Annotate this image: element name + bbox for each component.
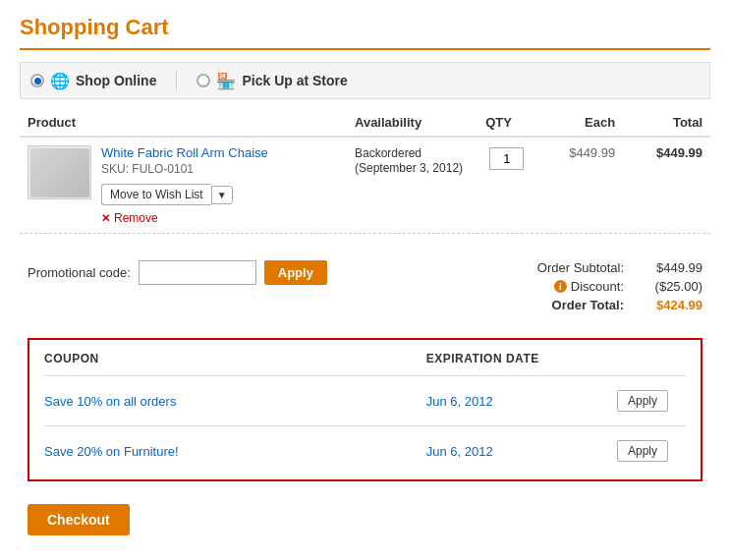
coupon-apply-button-1[interactable]: Apply <box>617 390 668 412</box>
page-title: Shopping Cart <box>20 15 710 40</box>
availability-cell: Backordered (September 3, 2012) <box>347 137 477 233</box>
cart-table: Product Availability QTY Each Total Whit… <box>20 109 710 234</box>
subtotal-value: $449.99 <box>639 260 702 275</box>
product-thumbnail <box>28 145 91 199</box>
promo-input[interactable] <box>139 260 256 285</box>
product-info: White Fabric Roll Arm Chaise SKU: FULO-0… <box>101 145 339 225</box>
wish-list-group: Move to Wish List ▼ <box>101 184 339 205</box>
discount-value: ($25.00) <box>639 279 702 294</box>
remove-label: Remove <box>114 211 158 225</box>
store-icon: 🏪 <box>216 72 236 90</box>
product-image <box>30 148 89 197</box>
coupon-name-2: Save 20% on Furniture! <box>44 444 426 459</box>
discount-label: i Discount: <box>554 279 624 294</box>
availability-text: Backordered (September 3, 2012) <box>355 146 463 175</box>
wish-list-dropdown[interactable]: ▼ <box>211 186 233 204</box>
subtotal-line: Order Subtotal: $449.99 <box>537 260 702 275</box>
each-price: $449.99 <box>569 145 615 160</box>
each-price-cell: $449.99 <box>535 137 623 233</box>
subtotal-label: Order Subtotal: <box>537 260 624 275</box>
cart-row: White Fabric Roll Arm Chaise SKU: FULO-0… <box>20 137 710 233</box>
pickup-option[interactable]: 🏪 Pick Up at Store <box>197 72 347 90</box>
shop-online-label: Shop Online <box>76 73 156 88</box>
product-cell: White Fabric Roll Arm Chaise SKU: FULO-0… <box>20 137 347 233</box>
total-line: Order Total: $424.99 <box>537 298 702 312</box>
wish-list-button[interactable]: Move to Wish List <box>101 184 211 205</box>
coupon-col-header: COUPON <box>44 352 426 365</box>
coupon-header-divider <box>44 375 686 376</box>
qty-cell <box>477 137 535 233</box>
coupon-apply-1: Apply <box>617 390 686 412</box>
action-col-header <box>617 352 686 365</box>
th-product: Product <box>20 109 347 137</box>
promo-left: Promotional code: Apply <box>28 260 327 285</box>
total-price: $449.99 <box>656 145 702 160</box>
th-total: Total <box>623 109 710 137</box>
shipping-options: 🌐 Shop Online 🏪 Pick Up at Store <box>20 62 710 99</box>
title-divider <box>20 48 710 50</box>
pickup-label: Pick Up at Store <box>242 73 347 88</box>
coupon-date-1: Jun 6, 2012 <box>426 394 617 409</box>
remove-button[interactable]: ✕ Remove <box>101 211 339 225</box>
total-price-cell: $449.99 <box>623 137 710 233</box>
promo-label: Promotional code: <box>28 265 131 280</box>
discount-text: Discount: <box>571 279 624 294</box>
coupon-date-2: Jun 6, 2012 <box>426 444 617 459</box>
coupon-row-1: Save 10% on all orders Jun 6, 2012 Apply <box>44 384 686 418</box>
coupon-apply-2: Apply <box>617 440 686 462</box>
coupon-name-1: Save 10% on all orders <box>44 394 426 409</box>
discount-line: i Discount: ($25.00) <box>537 279 702 294</box>
expiration-col-header: EXPIRATION DATE <box>426 352 617 365</box>
product-sku: SKU: FULO-0101 <box>101 162 339 176</box>
pickup-radio[interactable] <box>197 74 210 87</box>
th-each: Each <box>535 109 623 137</box>
total-label: Order Total: <box>552 298 624 312</box>
shop-online-radio[interactable] <box>30 74 44 87</box>
promo-section: Promotional code: Apply Order Subtotal: … <box>20 249 710 328</box>
total-value: $424.99 <box>639 298 702 312</box>
checkout-section: Checkout <box>20 496 710 543</box>
info-icon: i <box>554 280 567 293</box>
x-icon: ✕ <box>101 212 110 225</box>
coupon-row-divider <box>44 425 686 426</box>
th-availability: Availability <box>347 109 477 137</box>
product-name-link[interactable]: White Fabric Roll Arm Chaise <box>101 145 268 160</box>
coupon-apply-button-2[interactable]: Apply <box>617 440 668 462</box>
th-qty: QTY <box>477 109 535 137</box>
order-summary: Order Subtotal: $449.99 i Discount: ($25… <box>537 260 702 316</box>
globe-icon: 🌐 <box>50 72 70 90</box>
coupon-row-2: Save 20% on Furniture! Jun 6, 2012 Apply <box>44 434 686 468</box>
shop-online-option[interactable]: 🌐 Shop Online <box>30 72 156 90</box>
page-container: Shopping Cart 🌐 Shop Online 🏪 Pick Up at… <box>0 0 730 558</box>
apply-promo-button[interactable]: Apply <box>264 260 327 285</box>
shipping-divider <box>176 71 177 90</box>
coupons-section: COUPON EXPIRATION DATE Save 10% on all o… <box>28 338 702 481</box>
qty-input[interactable] <box>489 147 524 170</box>
checkout-button[interactable]: Checkout <box>28 504 130 535</box>
coupon-header: COUPON EXPIRATION DATE <box>44 352 686 365</box>
